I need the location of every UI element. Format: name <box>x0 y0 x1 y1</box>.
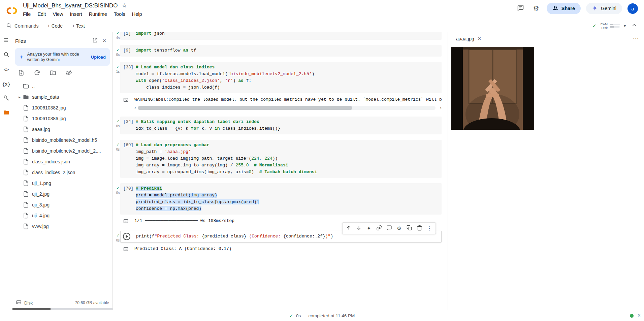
output-scrollbar[interactable]: ‹› <box>134 106 442 111</box>
file-icon <box>23 104 29 111</box>
comment-icon <box>386 225 392 232</box>
tree-item-uji-3-jpg[interactable]: uji_3.jpg <box>12 199 112 210</box>
comment-button[interactable] <box>384 223 394 233</box>
code-cell[interactable]: print(f"Predicted Class: {predicted_clas… <box>120 231 442 243</box>
code-cell[interactable]: [70]# Prediksipred = model.predict(img_a… <box>120 183 442 215</box>
notebook-title[interactable]: Uji_Model_Bhs_isyarat_DS:BISINDO <box>23 2 118 9</box>
cell-exec-gutter: ✓0s <box>116 140 120 178</box>
tree-item-class-indices-2-json[interactable]: class_indices_2.json <box>12 167 112 178</box>
code-cell[interactable]: [33]# Load model dan class indicesmodel … <box>120 62 442 93</box>
code-editor[interactable]: # Balik mapping untuk dapatkan label dar… <box>136 119 439 132</box>
new-folder-button[interactable] <box>49 69 57 77</box>
output-options-icon[interactable] <box>123 97 129 103</box>
scrollbar-track[interactable] <box>138 106 436 110</box>
code-cell[interactable]: [69]# Load dan preprocess gambarimg_path… <box>120 140 442 178</box>
settings-button[interactable]: ⚙ <box>394 223 404 233</box>
code-editor[interactable]: # Load dan preprocess gambarimg_path = '… <box>136 142 439 175</box>
close-tab-icon[interactable]: × <box>478 36 481 42</box>
commands-button[interactable]: Commands <box>3 21 41 31</box>
code-line: predicted_class = idx_to_class[np.argmax… <box>136 199 439 205</box>
scroll-right-icon[interactable]: › <box>440 106 442 110</box>
dismiss-status-button[interactable]: × <box>638 313 641 319</box>
gemini-button[interactable]: Gemini <box>586 3 622 14</box>
code-cell[interactable]: [34]# Balik mapping untuk dapatkan label… <box>120 117 442 134</box>
menu-file[interactable]: File <box>20 10 34 18</box>
code-snippets-button[interactable]: <> <box>2 65 11 74</box>
code-line: img_array = image.img_to_array(img) / 25… <box>136 162 439 169</box>
star-icon[interactable]: ☆ <box>122 2 127 9</box>
menu-insert[interactable]: Insert <box>67 10 85 18</box>
copy-cell-button[interactable] <box>404 223 414 233</box>
tree-item-bisindo-mobilenetv2-model-2[interactable]: bisindo_mobilenetv2_model_2.... <box>12 146 112 156</box>
open-in-new-tab-button[interactable] <box>90 37 100 45</box>
menu-runtime[interactable]: Runtime <box>86 10 110 18</box>
code-cell[interactable]: [9]import tensorflow as tf <box>120 45 442 57</box>
delete-cell-button[interactable] <box>414 223 424 233</box>
hide-files-button[interactable] <box>65 69 72 77</box>
output-options-icon[interactable] <box>123 218 129 224</box>
tree-item-class-indices-json[interactable]: class_indices.json <box>12 156 112 167</box>
table-of-contents-button[interactable] <box>2 36 11 45</box>
preview-tab-aaaa-jpg[interactable]: aaaa.jpg × <box>448 32 486 45</box>
tree-item-sample-data[interactable]: ▸sample_data <box>12 92 112 102</box>
code-editor[interactable]: import tensorflow as tf <box>136 47 439 54</box>
cell-success-icon: ✓ <box>116 142 119 147</box>
code-editor[interactable]: print(f"Predicted Class: {predicted_clas… <box>136 233 439 240</box>
output-options-icon[interactable] <box>123 246 129 252</box>
preview-more-options-button[interactable]: ⋯ <box>633 35 639 42</box>
share-button[interactable]: Share <box>547 3 581 14</box>
settings-button[interactable]: ⚙ <box>531 3 541 13</box>
upload-link[interactable]: Upload <box>91 55 106 60</box>
close-files-panel-button[interactable]: × <box>100 37 109 45</box>
gemini-button[interactable]: ✦ <box>364 223 374 233</box>
tree-item-uji-4-jpg[interactable]: uji_4.jpg <box>12 210 112 221</box>
scroll-left-icon[interactable]: ‹ <box>134 106 136 110</box>
tree-item-vvvv-jpg[interactable]: vvvv.jpg <box>12 221 112 232</box>
code-editor[interactable]: # Prediksipred = model.predict(img_array… <box>136 185 439 212</box>
folder-icon <box>3 109 10 117</box>
resource-monitor[interactable]: RAM Disk <box>601 22 620 30</box>
menu-tools[interactable]: Tools <box>111 10 128 18</box>
tree-item-aaaa-jpg[interactable]: aaaa.jpg <box>12 124 112 135</box>
add-code-button[interactable]: + Code <box>44 22 66 30</box>
secrets-button[interactable] <box>2 94 11 103</box>
add-text-button[interactable]: + Text <box>69 22 88 30</box>
code-editor[interactable]: # Load model dan class indicesmodel = tf… <box>136 64 439 91</box>
tree-item-uji-1-png[interactable]: uji_1.png <box>12 178 112 189</box>
tree-item-1000610382-jpg[interactable]: 1000610382.jpg <box>12 102 112 113</box>
menu-view[interactable]: View <box>50 10 66 18</box>
refresh-button[interactable] <box>33 69 41 77</box>
preview-tab-bar: aaaa.jpg × ⋯ <box>448 32 644 45</box>
menu-help[interactable]: Help <box>129 10 145 18</box>
tree-item-uji-2-jpg[interactable]: uji_2.jpg <box>12 189 112 199</box>
tree-item-bisindo-mobilenetv2-model-h5[interactable]: bisindo_mobilenetv2_model.h5 <box>12 135 112 146</box>
colab-logo[interactable] <box>5 3 19 20</box>
scrollbar-thumb[interactable] <box>138 106 352 110</box>
move-up-button[interactable] <box>344 223 354 233</box>
upload-file-button[interactable] <box>18 69 25 77</box>
find-replace-button[interactable] <box>2 51 11 60</box>
tree-item-1000610386-jpg[interactable]: 1000610386.jpg <box>12 113 112 124</box>
link-icon <box>376 225 382 232</box>
menu-edit[interactable]: Edit <box>34 10 49 18</box>
more-options-button[interactable]: ⋮ <box>424 223 434 233</box>
code-cell[interactable]: [1]import json <box>120 32 442 40</box>
chevron-right-icon[interactable]: ▸ <box>17 95 23 99</box>
files-button[interactable] <box>2 109 11 118</box>
share-label: Share <box>561 6 575 11</box>
collapse-header-button[interactable] <box>630 22 639 30</box>
run-cell-button[interactable] <box>123 233 130 240</box>
account-avatar[interactable]: a <box>627 3 638 14</box>
file-icon <box>23 169 29 176</box>
runtime-dropdown-chevron[interactable]: ▾ <box>624 24 626 28</box>
link-button[interactable] <box>374 223 384 233</box>
variables-button[interactable]: {x} <box>2 80 11 89</box>
settings-icon: ⚙ <box>397 225 401 231</box>
tree-item-parent[interactable]: .. <box>12 81 112 92</box>
move-down-button[interactable] <box>354 223 364 233</box>
file-name: bisindo_mobilenetv2_model.h5 <box>32 137 97 143</box>
comments-button[interactable] <box>516 3 526 13</box>
code-editor[interactable]: import json <box>136 32 439 37</box>
cell-exec-time: 0s <box>116 238 120 242</box>
disk-label: Disk <box>601 26 607 30</box>
